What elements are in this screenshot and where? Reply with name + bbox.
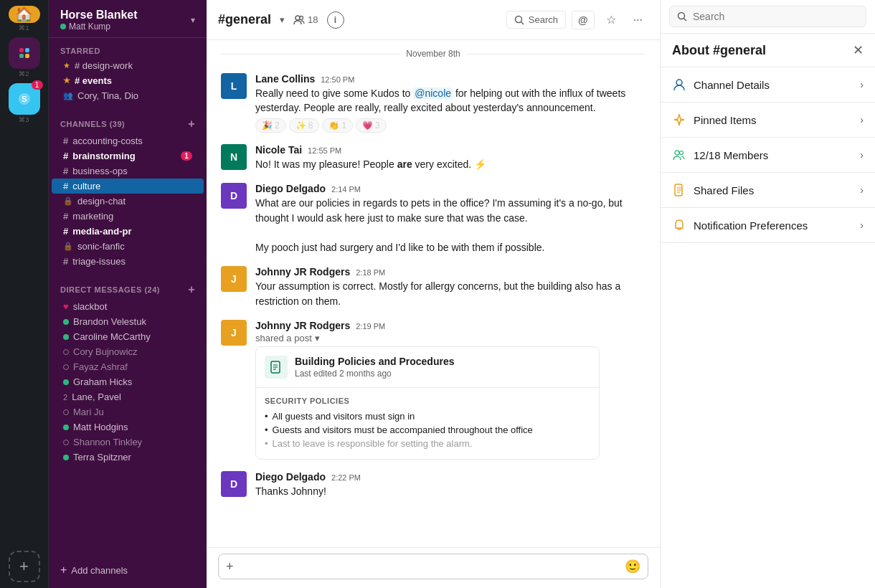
sidebar-item-fayaz[interactable]: Fayaz Ashraf xyxy=(52,359,204,374)
sidebar-item-lane-pavel[interactable]: 2 Lane, Pavel xyxy=(52,389,204,404)
add-channels-footer: + Add channels xyxy=(49,552,207,588)
sidebar-item-label: Lane, Pavel xyxy=(72,392,121,402)
emoji-button[interactable]: 🙂 xyxy=(625,559,640,574)
svg-text:S: S xyxy=(22,95,27,103)
channel-dropdown-icon[interactable]: ▾ xyxy=(280,14,285,25)
message-text: Really need to give some Kudos to @nicol… xyxy=(255,86,645,115)
more-options-button[interactable]: ··· xyxy=(628,11,648,29)
message-content: Nicole Tai 12:55 PM No! It was my pleasu… xyxy=(255,144,645,171)
close-panel-button[interactable]: ✕ xyxy=(853,42,864,58)
sidebar-item-slackbot[interactable]: ♥ slackbot xyxy=(52,299,204,314)
badge-3: 1 xyxy=(32,80,43,90)
sidebar-item-sonic-fanfic[interactable]: 🔒 sonic-fanfic xyxy=(52,239,204,254)
workspace-2[interactable]: ⌘2 xyxy=(9,37,40,77)
message-header: Lane Collins 12:50 PM xyxy=(255,73,645,85)
file-icon xyxy=(672,183,686,197)
workspace-3[interactable]: S 1 ⌘3 xyxy=(9,83,40,123)
message-author[interactable]: Johnny JR Rodgers xyxy=(255,320,350,331)
dm-section: DIRECT MESSAGES (24) + ♥ slackbot Brando… xyxy=(49,275,207,470)
message-input[interactable] xyxy=(240,561,619,572)
sidebar-item-marketing[interactable]: # marketing xyxy=(52,209,204,224)
search-button[interactable]: Search xyxy=(506,11,566,29)
message-header: Johnny JR Rodgers 2:19 PM xyxy=(255,320,645,331)
members-item[interactable]: 12/18 Members › xyxy=(661,138,875,172)
workspace-icon-1[interactable]: 🏠 xyxy=(9,6,40,23)
reaction[interactable]: 💗3 xyxy=(356,118,387,133)
sidebar-item-caroline[interactable]: Caroline McCarthy xyxy=(52,329,204,344)
message-author[interactable]: Diego Delgado xyxy=(255,183,326,194)
sidebar-item-matt-h[interactable]: Matt Hodgins xyxy=(52,419,204,435)
workspace-chevron[interactable]: ▾ xyxy=(191,15,195,25)
add-workspace-button[interactable]: + xyxy=(9,551,40,582)
workspace-icon-2[interactable] xyxy=(9,37,40,69)
star-button[interactable]: ☆ xyxy=(600,10,622,29)
reaction[interactable]: 👏1 xyxy=(322,118,353,133)
avatar: D xyxy=(221,471,247,497)
search-label: Search xyxy=(529,14,558,25)
message-author[interactable]: Johnny JR Rodgers xyxy=(255,266,350,278)
info-button[interactable]: i xyxy=(327,11,344,29)
sidebar-item-design-work[interactable]: ★ # design-work xyxy=(52,58,204,73)
shared-files-item[interactable]: Shared Files › xyxy=(661,173,875,207)
add-dm-button[interactable]: + xyxy=(188,283,195,296)
sidebar-item-triage-issues[interactable]: # triage-issues xyxy=(52,254,204,269)
message-author[interactable]: Diego Delgado xyxy=(255,471,326,483)
sidebar-item-cory-tina-dio[interactable]: 👥 Cory, Tina, Dio xyxy=(52,88,204,103)
hash-icon: # xyxy=(63,166,68,176)
post-section-title: SECURITY POLICIES xyxy=(265,397,590,405)
mention[interactable]: @nicole xyxy=(413,87,453,99)
hash-icon: # xyxy=(63,136,68,146)
message-input-area: + 🙂 xyxy=(207,547,660,588)
kbd-1: ⌘1 xyxy=(19,24,29,32)
channel-details-item[interactable]: Channel Details › xyxy=(661,67,875,102)
sidebar-item-brandon[interactable]: Brandon Velestuk xyxy=(52,314,204,329)
shared-post-dropdown-icon[interactable]: ▾ xyxy=(315,333,320,343)
message-author[interactable]: Lane Collins xyxy=(255,73,315,85)
members-icon xyxy=(672,148,686,162)
post-subtitle: Last edited 2 months ago xyxy=(295,369,455,379)
message-header: Diego Delgado 2:22 PM xyxy=(255,471,645,483)
right-search-box[interactable] xyxy=(669,6,866,27)
add-channels-button[interactable]: + Add channels xyxy=(60,561,195,579)
message-group: D Diego Delgado 2:22 PM Thanks Johnny! xyxy=(207,465,660,504)
message-text: Your assumption is correct. Mostly for a… xyxy=(255,279,645,308)
sidebar-item-events[interactable]: ★ # events xyxy=(52,73,204,88)
sidebar-item-design-chat[interactable]: 🔒 design-chat xyxy=(52,194,204,209)
sidebar-item-terra[interactable]: Terra Spitzner xyxy=(52,450,204,465)
status-dot xyxy=(63,364,69,370)
sidebar-item-cory-b[interactable]: Cory Bujnowicz xyxy=(52,344,204,359)
reaction[interactable]: ✨8 xyxy=(289,118,320,133)
sidebar-item-label: Matt Hodgins xyxy=(73,422,128,432)
plus-icon: + xyxy=(60,564,67,577)
sidebar-item-media-and-pr[interactable]: # media-and-pr xyxy=(52,224,204,239)
message-header: Johnny JR Rodgers 2:18 PM xyxy=(255,266,645,278)
heart-icon: ♥ xyxy=(63,301,69,312)
sidebar-item-label: Cory Bujnowicz xyxy=(73,346,138,357)
status-dot xyxy=(63,334,69,340)
message-time: 2:14 PM xyxy=(331,185,361,194)
reaction[interactable]: 🎉2 xyxy=(255,118,286,133)
sidebar-item-business-ops[interactable]: # business-ops xyxy=(52,163,204,179)
user-name: Matt Kump xyxy=(69,22,110,32)
notification-prefs-item[interactable]: Notification Preferences › xyxy=(661,208,875,242)
message-author[interactable]: Nicole Tai xyxy=(255,144,302,156)
right-search-input[interactable] xyxy=(693,11,859,22)
add-channel-button[interactable]: + xyxy=(188,118,195,131)
header-icons: Search @ ☆ ··· xyxy=(506,10,648,29)
channel-members[interactable]: 18 xyxy=(293,14,318,26)
notification-prefs-section: Notification Preferences › xyxy=(661,208,875,243)
pinned-items-item[interactable]: Pinned Items › xyxy=(661,103,875,137)
add-attachment-button[interactable]: + xyxy=(226,559,234,574)
workspace-1[interactable]: 🏠 ⌘1 xyxy=(9,6,40,32)
sidebar-item-mari[interactable]: Mari Ju xyxy=(52,404,204,419)
sidebar-item-shannon[interactable]: Shannon Tinkley xyxy=(52,435,204,450)
starred-section: STARRED ★ # design-work ★ # events 👥 Cor… xyxy=(49,38,207,109)
at-button[interactable]: @ xyxy=(572,11,595,29)
post-card[interactable]: Building Policies and Procedures Last ed… xyxy=(255,346,600,460)
sidebar-item-graham[interactable]: Graham Hicks xyxy=(52,374,204,389)
sidebar-item-accounting-costs[interactable]: # accounting-costs xyxy=(52,133,204,148)
sidebar-item-culture[interactable]: # culture xyxy=(52,179,204,194)
sidebar-item-brainstorming[interactable]: # brainstorming 1 xyxy=(52,148,204,163)
channel-title: #general xyxy=(218,12,271,27)
post-card-header: Building Policies and Procedures Last ed… xyxy=(256,347,599,388)
